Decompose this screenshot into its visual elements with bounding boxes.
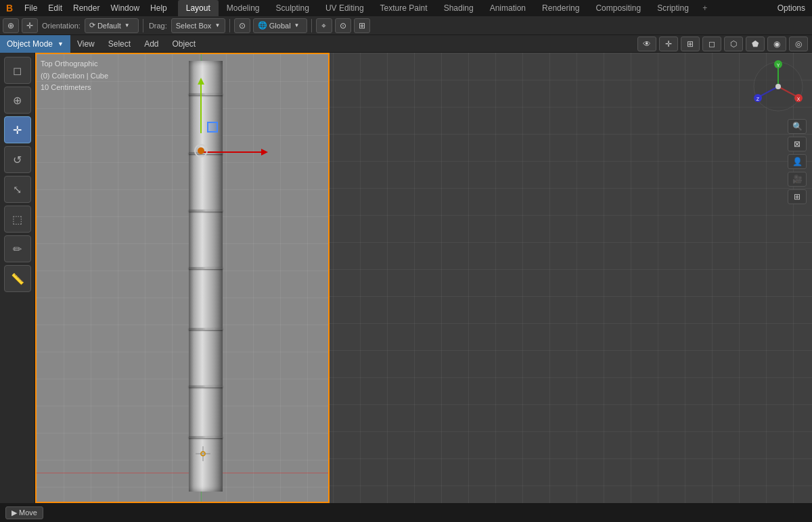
segment-line-1 [189, 93, 223, 95]
segment-line-5 [189, 328, 223, 330]
x-axis-arrow [201, 151, 262, 153]
menu-file[interactable]: File [19, 0, 43, 16]
annotate-tool-button[interactable]: ✏ [4, 235, 31, 262]
rotate-tool-button[interactable]: ↺ [4, 146, 31, 173]
proportional-edit-button[interactable]: ⊙ [335, 18, 351, 33]
top-menu-bar: B File Edit Render Window Help Layout Mo… [0, 0, 812, 16]
y-axis-arrowhead [198, 78, 204, 85]
menu-edit[interactable]: Edit [43, 0, 68, 16]
viewport-shading-rendered[interactable]: 👁 [637, 37, 656, 51]
tab-texture-paint[interactable]: Texture Paint [372, 0, 436, 16]
separator-2 [229, 19, 230, 32]
transform-space-icon: 🌐 [258, 21, 267, 30]
orientation-label: Orientation: [41, 22, 82, 30]
tab-rendering[interactable]: Rendering [534, 0, 587, 16]
quad-view-button[interactable]: ⊞ [788, 189, 807, 204]
menu-help[interactable]: Help [145, 0, 173, 16]
zoom-fit-button[interactable]: ⊠ [788, 137, 807, 151]
x-axis-arrowhead [261, 149, 268, 156]
tab-animation[interactable]: Animation [482, 0, 534, 16]
y-axis-arrow [200, 82, 202, 133]
drag-label: Drag: [148, 22, 168, 30]
select-box-label: Select Box [176, 22, 212, 30]
snap-button[interactable]: ⌖ [316, 18, 332, 33]
measure-tool-button[interactable]: 📏 [4, 265, 31, 292]
transform-space-value: Global [269, 22, 291, 30]
overlay-button[interactable]: ⊞ [354, 18, 370, 33]
tab-modeling[interactable]: Modeling [219, 0, 268, 16]
toolbar-row: ⊕ ✛ Orientation: ⟳ Default ▼ Drag: Selec… [0, 16, 812, 35]
gizmo-toggle[interactable]: ✛ [659, 37, 678, 51]
separator-3 [311, 19, 312, 32]
object-mode-label: Object Mode [7, 39, 53, 49]
transform-pivot-button[interactable]: ⊙ [234, 18, 250, 33]
drag-chevron-icon: ▼ [215, 22, 220, 28]
svg-point-13 [775, 84, 781, 89]
object-menu-button[interactable]: Object [165, 35, 202, 53]
tab-layout[interactable]: Layout [178, 0, 219, 16]
object-mode-chevron: ▼ [58, 41, 64, 47]
origin-dot [198, 147, 204, 154]
chevron-down-icon: ▼ [125, 22, 130, 28]
camera-view-button[interactable]: 🎥 [788, 172, 807, 187]
status-bar: ▶ Move [0, 503, 812, 522]
horizontal-axis-line [37, 473, 328, 473]
segment-line-7 [189, 436, 223, 438]
viewport-light-area [35, 53, 330, 503]
separator-1 [143, 19, 143, 32]
tab-uv-editing[interactable]: UV Editing [317, 0, 372, 16]
menu-render[interactable]: Render [68, 0, 105, 16]
scale-tool-button[interactable]: ⤡ [4, 176, 31, 203]
segment-line-3 [189, 210, 223, 212]
cursor-tool-button[interactable]: ⊕ [4, 87, 31, 114]
tab-shading[interactable]: Shading [436, 0, 482, 16]
transform-widget [207, 122, 218, 133]
move-tool-button[interactable]: ✛ [4, 116, 31, 143]
move-pivot-button[interactable]: ✛ [22, 18, 38, 33]
orientation-dropdown[interactable]: ⟳ Default ▼ [85, 18, 139, 33]
left-toolbar: ◻ ⊕ ✛ ↺ ⤡ ⬚ ✏ 📏 [0, 53, 35, 503]
menu-window[interactable]: Window [105, 0, 145, 16]
blender-logo-icon[interactable]: B [0, 0, 19, 16]
options-button[interactable]: Options [771, 0, 812, 16]
xray-toggle[interactable]: ◻ [702, 37, 721, 51]
shading-material[interactable]: ◉ [767, 37, 786, 51]
move-status-button[interactable]: ▶ Move [5, 506, 43, 519]
svg-text:Z: Z [757, 97, 760, 101]
shading-solid[interactable]: ⬟ [746, 37, 765, 51]
segment-line-6 [189, 385, 223, 387]
add-menu-button[interactable]: Add [137, 35, 165, 53]
viewport-cursor [196, 446, 210, 463]
zoom-in-button[interactable]: 🔍 [788, 119, 807, 134]
shading-rendered[interactable]: ◎ [789, 37, 808, 51]
orientation-icon: ⟳ [89, 21, 95, 30]
overlay-toggle[interactable]: ⊞ [681, 37, 700, 51]
add-workspace-tab-button[interactable]: + [697, 0, 713, 16]
view-menu-button[interactable]: View [70, 35, 102, 53]
transform-space-dropdown[interactable]: 🌐 Global ▼ [253, 18, 307, 33]
transform-gizmo-button[interactable]: ⊕ [3, 18, 19, 33]
drag-dropdown[interactable]: Select Box ▼ [171, 18, 225, 33]
viewport-nav-buttons: 🔍 ⊠ 👤 🎥 ⊞ [788, 58, 807, 204]
select-menu-button[interactable]: Select [102, 35, 137, 53]
object-mode-button[interactable]: Object Mode ▼ [0, 35, 70, 53]
select-box-tool-button[interactable]: ◻ [4, 57, 31, 84]
workspace-tabs: Layout Modeling Sculpting UV Editing Tex… [178, 0, 771, 16]
transform-space-chevron: ▼ [294, 22, 300, 28]
walk-navigation-button[interactable]: 👤 [788, 154, 807, 169]
light-area-grid [37, 54, 328, 502]
orientation-value: Default [97, 22, 121, 30]
tab-compositing[interactable]: Compositing [587, 0, 649, 16]
tab-scripting[interactable]: Scripting [649, 0, 697, 16]
tab-sculpting[interactable]: Sculpting [268, 0, 317, 16]
transform-tool-button[interactable]: ⬚ [4, 206, 31, 233]
segment-line-4 [189, 267, 223, 269]
header-right-icons: 👁 ✛ ⊞ ◻ ⬡ ⬟ ◉ ◎ [637, 37, 812, 51]
header-row: Object Mode ▼ View Select Add Object 👁 ✛… [0, 35, 812, 53]
viewport[interactable]: Top Orthographic (0) Collection | Cube 1… [35, 53, 812, 503]
shading-wireframe[interactable]: ⬡ [724, 37, 743, 51]
svg-text:Y: Y [777, 63, 780, 68]
